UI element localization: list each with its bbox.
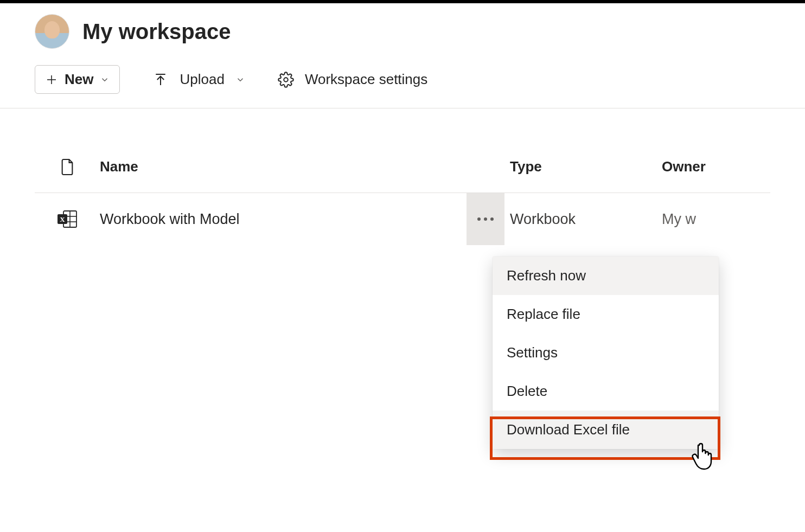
toolbar: New Upload (35, 65, 770, 108)
chevron-down-icon (235, 75, 245, 85)
more-options-button[interactable] (467, 193, 504, 245)
upload-button-label: Upload (180, 71, 224, 88)
row-owner: My w (662, 211, 770, 228)
menu-item-settings[interactable]: Settings (493, 334, 719, 372)
header-divider (0, 108, 805, 108)
svg-point-11 (477, 217, 481, 221)
file-icon-header (35, 158, 100, 176)
column-header-name[interactable]: Name (100, 158, 467, 175)
svg-text:X: X (60, 215, 65, 223)
menu-item-replace-file[interactable]: Replace file (493, 295, 719, 334)
table-row[interactable]: X Workbook with Model Workbook My w (35, 193, 770, 245)
svg-point-13 (490, 217, 494, 221)
workspace-header: My workspace (35, 14, 770, 49)
upload-icon (152, 72, 169, 88)
chevron-down-icon (100, 75, 110, 85)
menu-item-download-excel[interactable]: Download Excel file (493, 411, 719, 449)
menu-item-delete[interactable]: Delete (493, 372, 719, 411)
context-menu: Refresh now Replace file Settings Delete… (493, 257, 719, 449)
column-header-owner[interactable]: Owner (662, 158, 770, 175)
table-header: Name Type Owner (35, 141, 770, 193)
row-name[interactable]: Workbook with Model (100, 211, 467, 228)
excel-workbook-icon: X (35, 210, 100, 228)
workspace-avatar (35, 14, 69, 49)
upload-button[interactable]: Upload (152, 71, 245, 88)
new-button[interactable]: New (35, 65, 120, 94)
column-header-type[interactable]: Type (510, 158, 662, 175)
workspace-title: My workspace (82, 20, 231, 44)
menu-item-refresh-now[interactable]: Refresh now (493, 257, 719, 295)
plus-icon (45, 73, 58, 86)
svg-point-4 (284, 78, 288, 82)
row-type: Workbook (510, 211, 662, 228)
workspace-settings-button[interactable]: Workspace settings (278, 71, 427, 88)
new-button-label: New (65, 71, 93, 88)
workspace-settings-label: Workspace settings (305, 71, 427, 88)
more-horizontal-icon (477, 217, 494, 221)
svg-point-12 (484, 217, 487, 221)
gear-icon (278, 72, 294, 88)
